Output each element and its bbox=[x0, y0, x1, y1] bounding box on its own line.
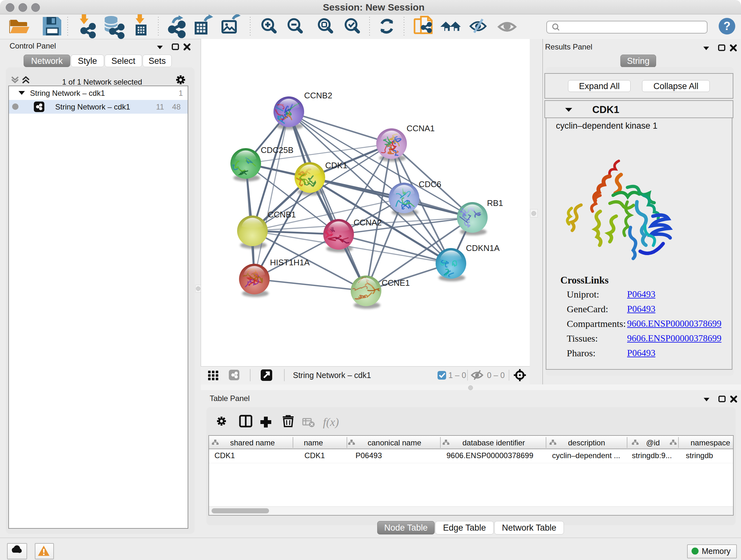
svg-text:?: ? bbox=[724, 19, 731, 33]
svg-text:RB1: RB1 bbox=[487, 198, 503, 208]
svg-text:CCNA1: CCNA1 bbox=[407, 124, 434, 133]
svg-text:1 – 0: 1 – 0 bbox=[448, 371, 466, 380]
svg-text:CDKN1A: CDKN1A bbox=[466, 243, 500, 253]
svg-text:CCNA2: CCNA2 bbox=[354, 218, 382, 227]
svg-text:@id: @id bbox=[646, 438, 660, 447]
svg-text:shared name: shared name bbox=[230, 438, 275, 447]
svg-text:CCNB1: CCNB1 bbox=[268, 210, 296, 219]
svg-text:name: name bbox=[304, 438, 323, 447]
svg-text:CDC6: CDC6 bbox=[419, 179, 441, 189]
svg-text:description: description bbox=[568, 438, 605, 447]
svg-text:CDC25B: CDC25B bbox=[261, 145, 293, 155]
svg-text:canonical name: canonical name bbox=[367, 438, 421, 447]
svg-text:f(x): f(x) bbox=[323, 416, 339, 428]
svg-text:database identifier: database identifier bbox=[462, 438, 525, 447]
svg-text:CDK1: CDK1 bbox=[325, 161, 347, 170]
svg-text:0 – 0: 0 – 0 bbox=[487, 371, 505, 380]
svg-text:String Network – cdk1: String Network – cdk1 bbox=[293, 371, 371, 380]
svg-text:namespace: namespace bbox=[690, 438, 730, 447]
svg-text:CCNB2: CCNB2 bbox=[304, 91, 332, 100]
svg-text:HIST1H1A: HIST1H1A bbox=[270, 258, 310, 267]
svg-text:CCNE1: CCNE1 bbox=[382, 278, 410, 288]
